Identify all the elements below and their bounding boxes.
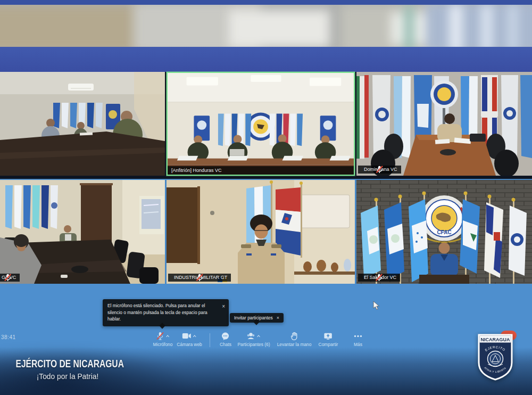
tile-name-label: INDUSTRIA MILITAR GT: [168, 274, 231, 282]
army-title: EJÉRCITO DE NICARAGUA: [16, 358, 120, 370]
participants-label: Participantes (6): [238, 342, 270, 347]
video-tile-gt[interactable]: GT VC: [0, 180, 165, 284]
photo-top-edge: [0, 0, 532, 5]
tile-name-text: [Anfitrión] Honduras VC: [171, 168, 222, 173]
video-tile-scene: [356, 72, 532, 176]
webcam-menu-chevron[interactable]: [193, 335, 196, 338]
chats-button[interactable]: Chats: [220, 332, 231, 347]
shield-country-text: NICARAGUA: [481, 337, 510, 342]
microphone-menu-chevron[interactable]: [166, 335, 170, 338]
video-tile-conference-room[interactable]: [0, 72, 165, 176]
window-title-bar: [0, 47, 532, 72]
chats-label: Chats: [220, 342, 231, 347]
close-icon[interactable]: ×: [277, 315, 279, 320]
share-screen-icon: [324, 333, 332, 340]
microphone-muted-tooltip: El micrófono está silenciado. Pulsa para…: [103, 299, 229, 326]
mouse-cursor: [373, 301, 380, 310]
microphone-label: Micrófono: [153, 342, 173, 347]
army-branding: EJÉRCITO DE NICARAGUA ¡Todo por la Patri…: [1, 358, 134, 381]
video-tile-scene: CFAC: [356, 180, 532, 284]
participants-menu-chevron[interactable]: [257, 335, 261, 338]
webex-meeting-screen: [Anfitrión] Honduras VC: [0, 0, 532, 395]
nicaragua-army-shield-logo: NICARAGUA EJERCITO PATRIA Y LIBERTAD: [477, 331, 514, 383]
microphone-button[interactable]: Micrófono: [153, 332, 173, 347]
webcam-button[interactable]: Cámara web: [177, 332, 202, 347]
video-grid: [Anfitrión] Honduras VC: [0, 72, 532, 284]
meeting-timer: 38:41: [1, 334, 16, 340]
invite-participants-prompt[interactable]: Invitar participantes ×: [230, 313, 284, 323]
more-button[interactable]: Más: [354, 332, 362, 347]
chat-bubble-icon: [221, 332, 229, 340]
video-tile-dominicana[interactable]: Dominicana VC: [356, 72, 532, 176]
tooltip-pointer: [159, 323, 165, 328]
more-ellipsis-icon: [354, 335, 362, 338]
toolbar-divider: [210, 333, 210, 347]
video-tile-scene: [0, 180, 165, 284]
tooltip-text: El micrófono está silenciado. Pulsa para…: [107, 303, 207, 322]
tile-name-label: El Salvador VC: [358, 274, 400, 282]
cfac-emblem-text: CFAC: [437, 229, 451, 235]
more-label: Más: [354, 342, 362, 347]
video-tile-el-salvador[interactable]: CFAC: [356, 180, 532, 284]
raise-hand-icon: [291, 332, 298, 340]
webcam-label: Cámara web: [177, 342, 202, 347]
participants-icon: [247, 332, 255, 340]
tile-name-label: GT VC: [0, 274, 20, 282]
army-motto: ¡Todo por la Patria!: [6, 372, 129, 381]
video-tile-scene: [0, 72, 165, 176]
video-tile-industria-militar[interactable]: INDUSTRIA MILITAR GT: [167, 180, 355, 284]
video-tile-scene: [168, 73, 354, 175]
raise-hand-button[interactable]: Levantar la mano: [277, 332, 312, 347]
microphone-muted-icon: [156, 332, 164, 340]
share-label: Compartir: [319, 342, 338, 347]
invite-text: Invitar participantes: [234, 315, 273, 320]
participants-button[interactable]: Participantes (6): [238, 332, 270, 347]
video-tile-honduras-host[interactable]: [Anfitrión] Honduras VC: [167, 72, 355, 176]
video-tile-scene: [167, 180, 355, 284]
raise-hand-label: Levantar la mano: [277, 342, 312, 347]
tile-name-label: Dominicana VC: [358, 166, 401, 174]
share-button[interactable]: Compartir: [319, 332, 338, 347]
webcam-icon: [182, 333, 191, 339]
tile-name-label: [Anfitrión] Honduras VC: [168, 166, 354, 175]
close-icon[interactable]: ×: [222, 302, 225, 310]
blurred-header-band: [0, 5, 532, 47]
